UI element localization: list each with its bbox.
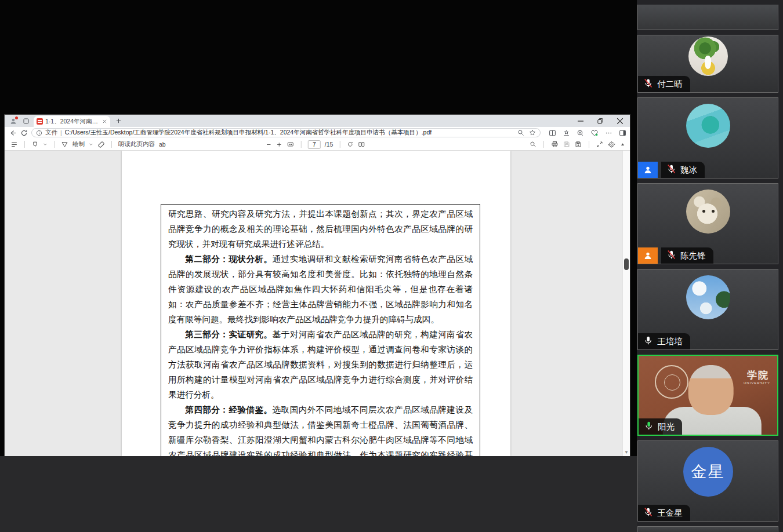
scroll-up-icon[interactable] — [620, 142, 625, 147]
refresh-icon[interactable] — [20, 128, 28, 137]
split-screen-icon[interactable] — [549, 129, 556, 137]
print-icon[interactable] — [551, 141, 559, 148]
chevron-down-icon[interactable] — [43, 142, 48, 147]
file-info-icon[interactable] — [36, 130, 42, 136]
participant-name: 陈先锋 — [680, 250, 706, 261]
more-menu-icon[interactable] — [605, 129, 612, 137]
address-bar-actions — [549, 129, 626, 137]
page-view-icon[interactable] — [357, 141, 365, 148]
tab-title: 1-1、2024年河南省哲学社科年度... — [45, 118, 100, 126]
page-number-input[interactable] — [308, 140, 321, 149]
close-window-button[interactable] — [610, 115, 630, 127]
zoom-out-icon[interactable] — [266, 141, 272, 148]
participant-tile[interactable]: 陈先锋 — [637, 183, 778, 264]
toc-icon[interactable] — [10, 141, 18, 148]
document-paragraph: 第三部分：实证研究。基于对河南省农产品区域品牌的研究，构建河南省农产品区域品牌竞… — [168, 327, 473, 402]
partial-participant-tile-top — [637, 5, 778, 30]
pdf-scrollbar-thumb[interactable] — [624, 258, 629, 270]
paragraph-lead: 第四部分：经验借鉴。 — [185, 405, 272, 414]
profile-alert-dot — [15, 116, 18, 119]
participant-tile[interactable]: 付二晴 — [637, 35, 778, 93]
participant-name-badge: 阳光 — [639, 418, 682, 435]
window-controls — [571, 115, 630, 127]
paragraph-lead: 第三部分：实证研究。 — [185, 330, 272, 339]
eraser-icon[interactable] — [97, 141, 105, 148]
participant-name: 魏冰 — [680, 165, 697, 176]
mic-status-icon — [643, 78, 653, 90]
mic-status-icon — [643, 507, 653, 519]
browser-tab-strip: 1-1、2024年河南省哲学社科年度... — [5, 115, 630, 127]
document-paragraph: 第四部分：经验借鉴。选取国内外不同地域不同层次农产品区域品牌建设及竞争力提升的成… — [168, 402, 473, 456]
participant-tiles: 付二晴 魏冰 — [637, 0, 783, 532]
browser-window: 1-1、2024年河南省哲学社科年度... 文件 | C:/Users/王性玉/… — [5, 115, 630, 456]
save-icon — [563, 141, 570, 148]
url-text: C:/Users/王性玉/Desktop/工商管理学院2024年度省社科规划项目… — [65, 129, 514, 137]
paragraph-text: 研究思路、研究内容及研究方法，并提出本课题创新点；其次，界定农产品区域品牌竞争力… — [168, 209, 473, 249]
pdf-page-controls: /15 — [266, 140, 365, 149]
participant-name-badge: 陈先锋 — [661, 247, 713, 264]
back-icon[interactable] — [9, 128, 17, 137]
draw-label[interactable]: 绘制 — [72, 140, 85, 148]
scroll-down-icon[interactable]: ▼ — [624, 450, 629, 455]
pdf-favicon — [37, 118, 43, 125]
participant-tile[interactable]: 学院UNIVERSITY 阳光 — [637, 355, 778, 436]
restore-button[interactable] — [590, 115, 610, 127]
url-divider: | — [60, 129, 62, 136]
participant-avatar — [686, 190, 730, 234]
new-tab-button[interactable] — [114, 116, 123, 126]
collections-icon[interactable] — [563, 129, 570, 137]
tab-actions-menu-icon[interactable] — [21, 116, 31, 126]
participant-tile[interactable]: 金星 王金星 — [637, 440, 778, 522]
highlighter-icon[interactable] — [31, 141, 39, 148]
participant-name-badge: 魏冰 — [661, 162, 705, 178]
participant-name-badge: 王培培 — [638, 333, 690, 349]
browser-essentials-icon[interactable] — [590, 129, 599, 137]
draw-pen-icon[interactable] — [61, 141, 68, 148]
mic-status-icon — [644, 421, 654, 433]
participant-name: 阳光 — [658, 421, 675, 432]
participant-name: 王培培 — [657, 336, 683, 347]
participant-tile[interactable]: 魏冰 — [637, 97, 778, 178]
url-field[interactable]: 文件 | C:/Users/王性玉/Desktop/工商管理学院2024年度省社… — [31, 128, 541, 137]
browser-tab[interactable]: 1-1、2024年河南省哲学社科年度... — [34, 116, 110, 127]
backdrop-subtext: UNIVERSITY — [744, 381, 770, 385]
save-as-icon[interactable] — [575, 141, 582, 148]
pdf-scrollbar[interactable]: ▼ — [622, 151, 630, 456]
mic-status-icon — [643, 336, 653, 348]
copilot-sidebar-icon[interactable] — [619, 129, 626, 137]
profile-icon[interactable] — [8, 116, 19, 126]
zoom-in-icon[interactable] — [276, 141, 282, 148]
favorite-star-icon[interactable] — [529, 129, 536, 136]
pdf-content-area[interactable]: 研究思路、研究内容及研究方法，并提出本课题创新点；其次，界定农产品区域品牌竞争力… — [5, 151, 630, 456]
mic-status-icon — [666, 250, 676, 262]
mic-status-icon — [666, 164, 676, 176]
pdf-toolbar: 绘制 朗读此页内容 ab /15 — [5, 139, 630, 151]
search-document-icon[interactable] — [530, 141, 536, 148]
rotate-icon[interactable] — [346, 141, 353, 148]
tab-close-icon[interactable] — [102, 119, 107, 124]
participant-name-badge: 付二晴 — [638, 76, 690, 92]
minimize-button[interactable] — [571, 115, 590, 127]
paragraph-text: 通过实地调研和文献检索研究河南省特色农产品区域品牌的发展现状，部分具有较高知名度… — [168, 254, 473, 324]
participant-avatar: 金星 — [683, 447, 733, 497]
participant-name: 付二晴 — [657, 79, 683, 90]
zoom-page-icon[interactable] — [517, 129, 524, 136]
settings-gear-icon[interactable] — [608, 141, 615, 148]
pdf-toolbar-right — [530, 141, 625, 148]
read-aloud-button[interactable]: 朗读此页内容 — [118, 140, 155, 148]
participant-tile[interactable]: 王培培 — [637, 269, 778, 350]
participant-name-badge: 王金星 — [638, 505, 690, 521]
university-seal-logo — [655, 365, 688, 399]
pdf-page: 研究思路、研究内容及研究方法，并提出本课题创新点；其次，界定农产品区域品牌竞争力… — [122, 151, 510, 456]
backdrop-text: 学院 — [747, 369, 769, 382]
chevron-down-icon[interactable] — [89, 142, 93, 147]
fullscreen-icon[interactable] — [596, 141, 603, 148]
participant-avatar — [686, 104, 730, 148]
add-text-button[interactable]: ab — [159, 141, 166, 148]
extensions-icon[interactable] — [577, 129, 584, 137]
url-scheme-label: 文件 — [45, 129, 57, 137]
paragraph-lead: 第二部分：现状分析。 — [185, 254, 272, 264]
participant-avatar — [688, 37, 728, 76]
page-total-label: /15 — [325, 141, 334, 148]
fit-to-width-icon[interactable] — [287, 141, 295, 148]
